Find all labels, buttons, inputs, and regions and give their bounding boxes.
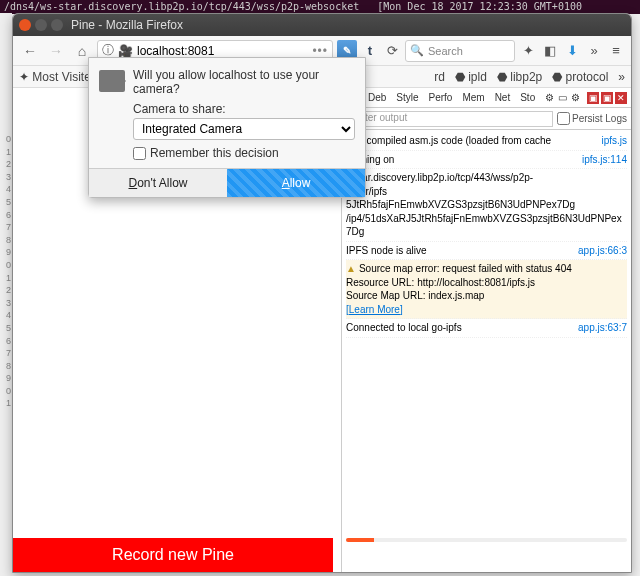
window-title: Pine - Mozilla Firefox: [71, 18, 183, 32]
bookmark-item[interactable]: ⬣ ipld: [455, 70, 487, 84]
search-bar[interactable]: 🔍 Search: [405, 40, 515, 62]
menu-icon[interactable]: ≡: [607, 40, 625, 62]
camera-share-label: Camera to share:: [133, 102, 355, 116]
tab-debugger[interactable]: Deb: [365, 92, 389, 103]
bookmark-item[interactable]: ⬣ protocol: [552, 70, 608, 84]
downloads-icon[interactable]: ⬇: [563, 40, 581, 62]
devtools-settings-icon[interactable]: ⚙: [571, 92, 580, 103]
bookmark-item[interactable]: rd: [434, 70, 445, 84]
devtools-framelist-icon[interactable]: ▭: [558, 92, 567, 103]
window-titlebar: Pine - Mozilla Firefox: [13, 14, 631, 36]
progress-fill: [346, 538, 374, 542]
persist-logs-checkbox[interactable]: Persist Logs: [557, 112, 627, 125]
window-controls: [19, 19, 63, 31]
devtools-panel: or Deb Style Perfo Mem Net Sto ⚙ ▭ ⚙ ▣ ▣…: [341, 88, 631, 572]
console-output: fully compiled asm.js code (loaded from …: [342, 130, 631, 572]
progress-bar: [346, 538, 627, 542]
dont-allow-button[interactable]: Don't Allow: [89, 169, 227, 197]
background-terminal: /dns4/ws-star.discovery.libp2p.io/tcp/44…: [0, 0, 640, 14]
bookmark-item[interactable]: ⬣ libp2p: [497, 70, 542, 84]
tab-style[interactable]: Style: [393, 92, 421, 103]
back-button[interactable]: ←: [19, 40, 41, 62]
console-toolbar: 🗑 ter output Persist Logs: [342, 108, 631, 130]
editor-gutter: 0123456789012345678901: [0, 13, 12, 576]
tab-storage[interactable]: Sto: [517, 92, 538, 103]
console-filter-input[interactable]: ter output: [360, 111, 553, 127]
tab-memory[interactable]: Mem: [459, 92, 487, 103]
record-new-pine-button[interactable]: Record new Pine: [13, 538, 333, 572]
most-visited-button[interactable]: ✦ Most Visite: [19, 70, 91, 84]
window-minimize-button[interactable]: [35, 19, 47, 31]
remember-decision-checkbox[interactable]: Remember this decision: [133, 146, 355, 160]
devtools-tabs: or Deb Style Perfo Mem Net Sto ⚙ ▭ ⚙ ▣ ▣…: [342, 88, 631, 108]
sidebar-icon[interactable]: ◧: [541, 40, 559, 62]
tab-network[interactable]: Net: [492, 92, 514, 103]
reload-button[interactable]: ⟳: [383, 40, 401, 62]
camera-select[interactable]: Integrated Camera: [133, 118, 355, 140]
devtools-dock-button[interactable]: ▣: [587, 92, 599, 104]
camera-icon: [99, 70, 125, 92]
bookmarks-overflow-icon[interactable]: »: [618, 70, 625, 84]
camera-permission-popup: Will you allow localhost to use your cam…: [88, 57, 366, 198]
camera-indicator-icon[interactable]: 🎥: [118, 44, 133, 58]
window-maximize-button[interactable]: [51, 19, 63, 31]
allow-button[interactable]: Allow: [227, 169, 365, 197]
devtools-close-button[interactable]: ✕: [615, 92, 627, 104]
tab-performance[interactable]: Perfo: [426, 92, 456, 103]
overflow-icon[interactable]: »: [585, 40, 603, 62]
url-text: localhost:8081: [137, 44, 214, 58]
window-close-button[interactable]: [19, 19, 31, 31]
search-placeholder: Search: [428, 45, 463, 57]
devtools-undock-button[interactable]: ▣: [601, 92, 613, 104]
search-icon: 🔍: [410, 44, 424, 57]
learn-more-link[interactable]: [Learn More]: [346, 304, 403, 315]
forward-button[interactable]: →: [45, 40, 67, 62]
addons-icon[interactable]: ✦: [519, 40, 537, 62]
devtools-toolbox-options-icon[interactable]: ⚙: [545, 92, 554, 103]
permission-question: Will you allow localhost to use your cam…: [133, 68, 355, 96]
page-actions-icon[interactable]: •••: [312, 44, 328, 58]
